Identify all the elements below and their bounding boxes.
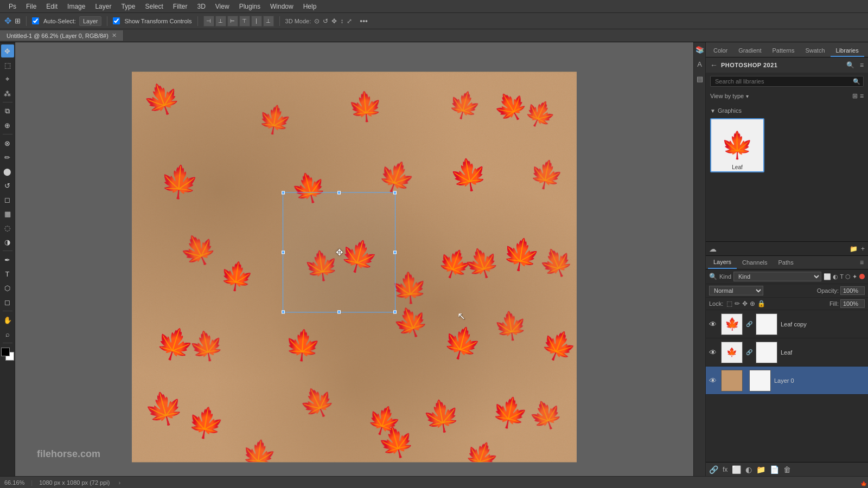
3d-pan-icon[interactable]: ✥ xyxy=(331,17,337,25)
layer-item-leaf-copy[interactable]: 👁 🍁 🔗 Leaf copy xyxy=(706,310,868,338)
doc-tab-close[interactable]: ✕ xyxy=(112,32,117,39)
libraries-panel-icon[interactable]: 📚 xyxy=(694,44,705,55)
menu-ps[interactable]: Ps xyxy=(4,2,21,11)
gradient-tool[interactable]: ▦ xyxy=(1,207,14,220)
auto-select-dropdown[interactable]: Layer xyxy=(79,16,102,26)
align-right[interactable]: ⊢ xyxy=(227,16,238,27)
sel-handle-mr[interactable] xyxy=(393,251,397,254)
menu-file[interactable]: File xyxy=(22,2,41,11)
new-adjustment-icon[interactable]: ◐ xyxy=(745,465,752,474)
eraser-tool[interactable]: ◻ xyxy=(1,193,14,206)
menu-edit[interactable]: Edit xyxy=(42,2,62,11)
heal-tool[interactable]: ⊗ xyxy=(1,137,14,150)
sel-handle-bl[interactable] xyxy=(282,310,285,313)
blur-tool[interactable]: ◌ xyxy=(1,221,14,234)
sel-handle-bm[interactable] xyxy=(337,310,341,313)
lib-graphic-leaf[interactable]: 🍁 Leaf xyxy=(710,118,764,172)
crop-tool[interactable]: ⧉ xyxy=(1,105,14,118)
menu-window[interactable]: Window xyxy=(266,2,298,11)
layer-eye-layer0[interactable]: 👁 xyxy=(709,376,718,385)
filter-active-indicator[interactable] xyxy=(859,274,865,279)
filter-shape-icon[interactable]: ⬡ xyxy=(845,273,851,280)
tab-color[interactable]: Color xyxy=(708,45,733,57)
move-tool-icon[interactable]: ✥ xyxy=(4,16,11,26)
sel-handle-ml[interactable] xyxy=(282,251,285,254)
zoom-tool[interactable]: ⌕ xyxy=(1,328,14,341)
3d-scale-icon[interactable]: ⤢ xyxy=(347,17,352,25)
menu-plugins[interactable]: Plugins xyxy=(235,2,265,11)
dodge-tool[interactable]: ◑ xyxy=(1,235,14,248)
transform-controls-checkbox[interactable] xyxy=(113,17,120,24)
tab-patterns[interactable]: Patterns xyxy=(767,45,800,57)
cloud-icon[interactable]: ☁ xyxy=(709,245,717,253)
tab-channels[interactable]: Channels xyxy=(737,256,773,268)
document-tab[interactable]: Untitled-1 @ 66.2% (Layer 0, RGB/8#) ✕ xyxy=(0,30,124,41)
brush-tool[interactable]: ✏ xyxy=(1,151,14,164)
shape-tool[interactable]: ◻ xyxy=(1,296,14,309)
fill-input[interactable]: 100% xyxy=(840,299,865,308)
align-left[interactable]: ⊣ xyxy=(203,16,214,27)
move-options-icon[interactable]: ⊞ xyxy=(15,17,21,25)
menu-image[interactable]: Image xyxy=(63,2,90,11)
menu-filter[interactable]: Filter xyxy=(169,2,192,11)
lib-grid-view-icon[interactable]: ⊞ xyxy=(852,92,858,100)
filter-smart-icon[interactable]: ✦ xyxy=(852,273,857,280)
layer-eye-leaf[interactable]: 👁 xyxy=(709,348,718,357)
tab-swatches[interactable]: Swatch xyxy=(800,45,830,57)
lock-transparent-icon[interactable]: ⬚ xyxy=(726,300,732,307)
3d-roll-icon[interactable]: ↺ xyxy=(323,17,328,25)
lib-more-icon[interactable]: ≡ xyxy=(860,61,864,69)
menu-3d[interactable]: 3D xyxy=(193,2,209,11)
add-mask-icon[interactable]: ⬜ xyxy=(732,465,741,474)
more-options-icon[interactable]: ••• xyxy=(360,17,368,25)
foreground-color[interactable] xyxy=(1,348,10,356)
text-panel-icon[interactable]: A xyxy=(696,59,703,69)
align-top[interactable]: ⊤ xyxy=(239,16,250,27)
tab-layers[interactable]: Layers xyxy=(708,256,737,269)
align-center-v[interactable]: | xyxy=(251,16,262,27)
lib-search-icon[interactable]: 🔍 xyxy=(846,61,854,69)
tab-gradient[interactable]: Gradient xyxy=(733,45,767,57)
stamp-tool[interactable]: ⬤ xyxy=(1,165,14,178)
auto-select-checkbox[interactable] xyxy=(32,17,39,24)
new-layer-icon[interactable]: + xyxy=(861,245,865,253)
lock-position-icon[interactable]: ✥ xyxy=(742,300,748,307)
lib-list-view-icon[interactable]: ≡ xyxy=(860,92,864,100)
type-tool[interactable]: T xyxy=(1,267,14,280)
status-arrow[interactable]: › xyxy=(118,479,120,486)
tab-properties[interactable]: Properties xyxy=(864,45,868,57)
move-tool[interactable]: ✥ xyxy=(1,44,14,57)
menu-select[interactable]: Select xyxy=(141,2,167,11)
tab-paths[interactable]: Paths xyxy=(773,256,799,268)
eyedropper-tool[interactable]: ⊕ xyxy=(1,119,14,132)
sel-handle-tl[interactable] xyxy=(282,191,285,194)
menu-type[interactable]: Type xyxy=(117,2,139,11)
delete-layer-icon[interactable]: 🗑 xyxy=(783,465,791,474)
filter-type-icon-t[interactable]: T xyxy=(840,273,844,280)
lock-image-icon[interactable]: ✏ xyxy=(735,300,740,307)
layer-item-leaf[interactable]: 👁 🍁 🔗 🍁 Leaf xyxy=(706,338,868,367)
new-group-btn[interactable]: 📁 xyxy=(756,465,765,474)
align-center-h[interactable]: ⊥ xyxy=(215,16,226,27)
sel-handle-br[interactable] xyxy=(393,310,397,313)
lock-artboard-icon[interactable]: ⊕ xyxy=(750,300,755,307)
lib-section-arrow[interactable]: ▼ xyxy=(710,108,716,114)
opacity-input[interactable]: 100% xyxy=(840,286,865,295)
sel-handle-tr[interactable] xyxy=(393,191,397,194)
marquee-tool[interactable]: ⬚ xyxy=(1,59,14,72)
sel-handle-tm[interactable] xyxy=(337,191,341,194)
3d-slide-icon[interactable]: ↕ xyxy=(340,17,343,25)
new-group-icon[interactable]: 📁 xyxy=(850,245,858,253)
pen-tool[interactable]: ✒ xyxy=(1,253,14,266)
lib-search-input[interactable] xyxy=(710,76,864,87)
menu-layer[interactable]: Layer xyxy=(91,2,116,11)
layer-eye-leaf-copy[interactable]: 👁 xyxy=(709,320,718,329)
path-tool[interactable]: ⬡ xyxy=(1,281,14,294)
filter-adjust-icon[interactable]: ◐ xyxy=(833,273,838,280)
magic-wand-tool[interactable]: ⁂ xyxy=(1,87,14,100)
filter-pixel-icon[interactable]: ⬜ xyxy=(824,273,831,280)
lib-back-button[interactable]: ← xyxy=(710,61,718,69)
fg-bg-colors[interactable] xyxy=(1,348,14,361)
lib-view-chevron[interactable]: ▾ xyxy=(746,93,749,99)
history-tool[interactable]: ↺ xyxy=(1,179,14,192)
